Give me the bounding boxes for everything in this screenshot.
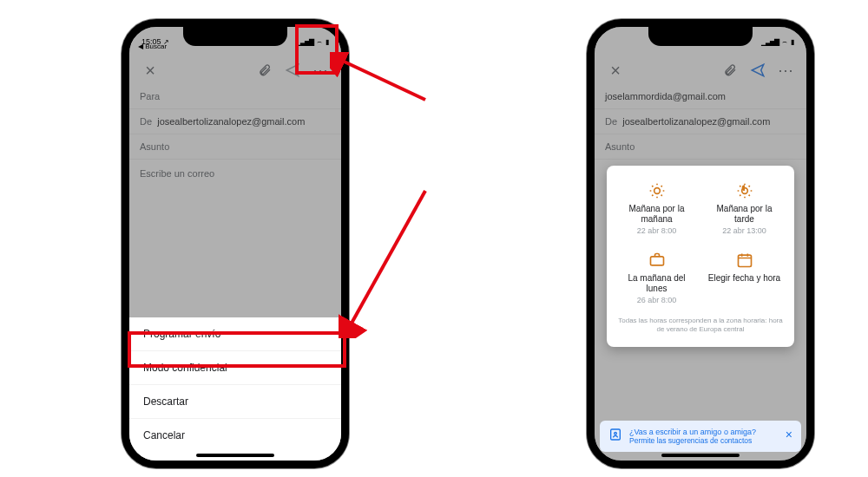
opt-sub: 22 abr 13:00	[703, 226, 786, 235]
schedule-picker-dialog: Mañana por la mañana 22 abr 8:00 Mañana …	[607, 166, 794, 347]
wifi-icon: ⌢	[782, 37, 787, 47]
suggest-title: ¿Vas a escribir a un amigo o amiga?	[629, 428, 756, 436]
svg-line-1	[349, 191, 425, 328]
svg-line-0	[339, 59, 425, 100]
svg-rect-4	[650, 257, 663, 265]
dismiss-suggest-button[interactable]: ×	[786, 428, 792, 441]
action-sheet: Programar envío Modo confidencial Descar…	[129, 317, 341, 461]
sun-half-icon	[703, 181, 786, 200]
sun-icon	[615, 181, 698, 200]
schedule-opt-tomorrow-afternoon[interactable]: Mañana por la tarde 22 abr 13:00	[703, 181, 786, 235]
sheet-schedule-send[interactable]: Programar envío	[129, 317, 341, 350]
annotation-arrow-sheet	[339, 182, 434, 338]
svg-point-7	[615, 432, 617, 435]
wifi-icon: ⌢	[317, 37, 322, 47]
phone-right: ▁▃▅▇ ⌢ ▮ × ⋯ joselammordida@gmail.com De…	[587, 19, 814, 468]
back-buscar[interactable]: ◀ Buscar	[138, 42, 167, 50]
contacts-icon	[608, 428, 622, 445]
opt-title: Mañana por la tarde	[707, 204, 781, 225]
signal-icon: ▁▃▅▇	[761, 38, 779, 46]
battery-icon: ▮	[791, 38, 794, 46]
sheet-discard[interactable]: Descartar	[129, 384, 341, 418]
schedule-opt-tomorrow-morning[interactable]: Mañana por la mañana 22 abr 8:00	[615, 181, 698, 235]
schedule-opt-monday-morning[interactable]: La mañana del lunes 26 abr 8:00	[615, 251, 698, 304]
svg-point-2	[654, 188, 660, 194]
opt-title: La mañana del lunes	[620, 273, 694, 294]
calendar-icon	[703, 251, 786, 270]
battery-icon: ▮	[326, 38, 329, 46]
signal-icon: ▁▃▅▇	[296, 38, 313, 46]
suggest-sub: Permite las sugerencias de contactos	[629, 436, 779, 445]
notch	[648, 27, 753, 46]
phone-left: 15:05 ↗ ▁▃▅▇ ⌢ ▮ ◀ Buscar × ⋯ Para De jo…	[122, 19, 349, 468]
svg-rect-5	[738, 255, 751, 266]
timezone-note: Todas las horas corresponden a la zona h…	[615, 317, 786, 335]
opt-sub: 26 abr 8:00	[615, 296, 698, 304]
opt-title: Mañana por la mañana	[620, 204, 694, 225]
opt-title: Elegir fecha y hora	[707, 273, 781, 284]
opt-sub: 22 abr 8:00	[615, 226, 698, 235]
home-indicator	[196, 454, 274, 457]
home-indicator	[661, 454, 740, 457]
notch	[183, 27, 287, 46]
sheet-confidential[interactable]: Modo confidencial	[129, 350, 341, 384]
schedule-opt-pick-datetime[interactable]: Elegir fecha y hora	[703, 251, 786, 304]
sheet-cancel[interactable]: Cancelar	[129, 418, 341, 452]
briefcase-icon	[615, 251, 698, 270]
contact-suggestion-banner[interactable]: ¿Vas a escribir a un amigo o amiga? Perm…	[600, 421, 801, 452]
